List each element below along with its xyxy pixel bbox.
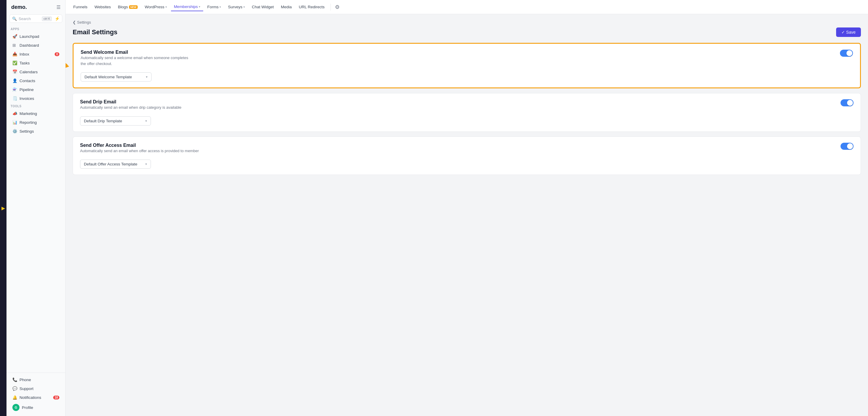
offer-access-email-description: Automatically send an email when offer a…	[80, 148, 199, 154]
inbox-badge: 0	[55, 52, 59, 56]
nav-item-forms[interactable]: Forms ▾	[205, 3, 224, 11]
nav-divider	[331, 4, 331, 11]
content-area: ❮ Settings Email Settings ✓ Save Send We…	[66, 14, 868, 416]
lightning-icon[interactable]: ⚡	[55, 16, 60, 21]
sidebar-label-reporting: Reporting	[20, 120, 37, 125]
search-icon: 🔍	[12, 17, 17, 21]
sidebar-item-dashboard[interactable]: ⊞ Dashboard	[8, 41, 63, 50]
welcome-email-select[interactable]: Default Welcome Template ▾	[81, 72, 152, 82]
left-edge-bar: ▶	[0, 0, 6, 416]
svg-marker-0	[66, 63, 69, 68]
sidebar-label-launchpad: Launchpad	[20, 34, 39, 39]
sidebar-label-profile: Profile	[22, 405, 33, 410]
nav-item-wordpress[interactable]: WordPress ▾	[142, 3, 170, 11]
sidebar-label-pipeline: Pipeline	[20, 87, 34, 92]
offer-access-email-select[interactable]: Default Offer Access Template ▾	[80, 159, 151, 169]
hamburger-icon[interactable]: ☰	[56, 4, 61, 10]
sidebar-search[interactable]: 🔍 Search ctrl K ⚡	[9, 14, 62, 23]
nav-label-blogs: Blogs	[118, 5, 128, 9]
nav-item-memberships[interactable]: Memberships ▾	[171, 3, 203, 11]
breadcrumb: ❮ Settings	[73, 20, 861, 25]
search-label: Search	[19, 17, 31, 21]
edge-arrow-icon: ▶	[1, 205, 5, 211]
sidebar-item-reporting[interactable]: 📊 Reporting	[8, 118, 63, 127]
nav-item-websites[interactable]: Websites	[92, 3, 114, 11]
sidebar-item-launchpad[interactable]: 🚀 Launchpad	[8, 32, 63, 41]
sidebar-logo-area: demo. ☰	[6, 0, 65, 13]
breadcrumb-parent[interactable]: Settings	[77, 20, 91, 25]
drip-email-select-chevron: ▾	[145, 119, 147, 123]
gear-icon[interactable]: ⚙	[335, 4, 340, 10]
sidebar-bottom: 📞 Phone 💬 Support 🔔 Notifications 18 G P…	[6, 373, 65, 413]
nav-item-url-redirects[interactable]: URL Redirects	[296, 3, 328, 11]
offer-access-email-title: Send Offer Access Email	[80, 143, 199, 148]
sidebar-item-phone[interactable]: 📞 Phone	[8, 375, 63, 384]
nav-item-media[interactable]: Media	[278, 3, 295, 11]
sidebar-item-invoices[interactable]: 🗒️ Invoices	[8, 94, 63, 103]
nav-label-url-redirects: URL Redirects	[299, 5, 324, 9]
save-button[interactable]: ✓ Save	[836, 28, 861, 37]
sidebar-label-dashboard: Dashboard	[20, 43, 39, 48]
top-nav: Funnels Websites Blogs New WordPress ▾ M…	[66, 0, 868, 14]
drip-email-title: Send Drip Email	[80, 99, 181, 105]
sidebar-item-marketing[interactable]: 📣 Marketing	[8, 109, 63, 118]
welcome-email-card: Send Welcome Email Automatically send a …	[73, 43, 861, 88]
nav-label-surveys: Surveys	[228, 5, 243, 9]
app-logo: demo.	[11, 4, 27, 10]
nav-item-surveys[interactable]: Surveys ▾	[225, 3, 248, 11]
pipeline-icon: ⚗️	[12, 87, 17, 92]
surveys-chevron: ▾	[243, 5, 245, 8]
nav-label-chat-widget: Chat Widget	[252, 5, 274, 9]
sidebar-label-support: Support	[20, 386, 33, 391]
apps-section-label: Apps	[6, 26, 65, 32]
sidebar-item-settings[interactable]: ⚙️ Settings	[8, 127, 63, 136]
drip-email-toggle[interactable]	[840, 99, 854, 107]
sidebar-item-calendars[interactable]: 📅 Calendars	[8, 67, 63, 76]
sidebar-item-profile[interactable]: G Profile	[8, 402, 63, 413]
nav-item-chat-widget[interactable]: Chat Widget	[249, 3, 277, 11]
calendars-icon: 📅	[12, 69, 17, 74]
tasks-icon: ✅	[12, 61, 17, 65]
sidebar-label-notifications: Notifications	[20, 395, 41, 400]
welcome-email-select-chevron: ▾	[146, 75, 148, 79]
search-kbd: ctrl K	[42, 17, 52, 21]
sidebar-item-support[interactable]: 💬 Support	[8, 384, 63, 393]
sidebar-item-contacts[interactable]: 👤 Contacts	[8, 76, 63, 85]
settings-icon: ⚙️	[12, 129, 17, 133]
drip-email-description: Automatically send an email when drip ca…	[80, 105, 181, 111]
welcome-email-toggle[interactable]	[840, 50, 853, 57]
offer-access-email-select-chevron: ▾	[145, 162, 147, 166]
support-icon: 💬	[12, 386, 17, 391]
welcome-email-title: Send Welcome Email	[81, 50, 188, 55]
notifications-badge: 18	[53, 396, 59, 399]
nav-item-funnels[interactable]: Funnels	[70, 3, 90, 11]
welcome-email-description: Automatically send a welcome email when …	[81, 55, 188, 66]
sidebar-label-inbox: Inbox	[20, 52, 29, 56]
nav-label-funnels: Funnels	[73, 5, 87, 9]
offer-access-email-toggle-thumb	[847, 143, 853, 149]
blogs-new-badge: New	[129, 5, 137, 9]
sidebar-label-contacts: Contacts	[20, 79, 35, 83]
offer-access-email-card: Send Offer Access Email Automatically se…	[73, 137, 861, 175]
tools-section-label: Tools	[6, 103, 65, 109]
drip-email-select[interactable]: Default Drip Template ▾	[80, 116, 151, 125]
sidebar-label-settings: Settings	[20, 129, 34, 133]
sidebar-item-tasks[interactable]: ✅ Tasks	[8, 59, 63, 67]
offer-access-email-select-value: Default Offer Access Template	[84, 162, 137, 166]
nav-label-memberships: Memberships	[174, 4, 198, 9]
drip-email-card: Send Drip Email Automatically send an em…	[73, 93, 861, 132]
nav-item-blogs[interactable]: Blogs New	[115, 3, 141, 11]
dashboard-icon: ⊞	[12, 43, 17, 48]
sidebar-label-calendars: Calendars	[20, 70, 38, 74]
sidebar-item-inbox[interactable]: 📥 Inbox 0	[8, 50, 63, 59]
welcome-email-toggle-thumb	[846, 50, 852, 56]
sidebar-item-notifications[interactable]: 🔔 Notifications 18	[8, 393, 63, 402]
drip-email-title-area: Send Drip Email Automatically send an em…	[80, 99, 181, 115]
sidebar-item-pipeline[interactable]: ⚗️ Pipeline	[8, 85, 63, 94]
offer-access-email-title-area: Send Offer Access Email Automatically se…	[80, 143, 199, 158]
welcome-email-select-value: Default Welcome Template	[85, 75, 132, 79]
sidebar-label-phone: Phone	[20, 378, 31, 382]
offer-access-email-toggle[interactable]	[840, 143, 854, 150]
drip-email-header: Send Drip Email Automatically send an em…	[80, 99, 854, 115]
welcome-email-header: Send Welcome Email Automatically send a …	[81, 50, 853, 70]
